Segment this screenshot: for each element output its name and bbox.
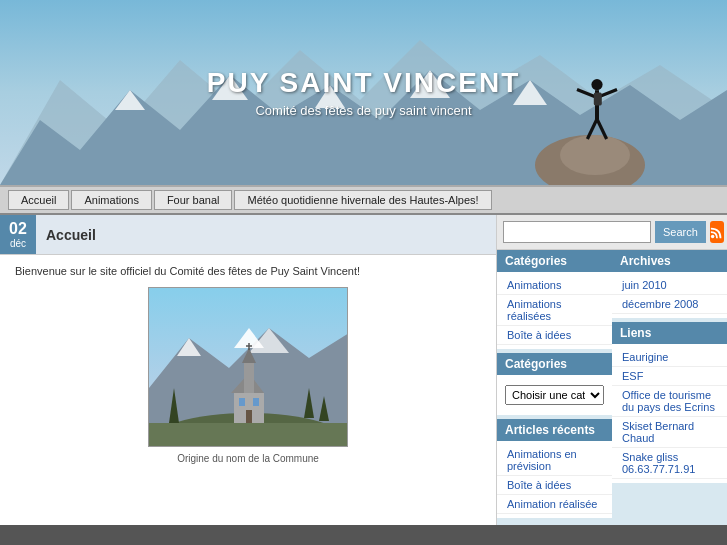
link-office-tourisme[interactable]: Office de tourisme du pays des Ecrins — [612, 386, 727, 417]
main-content: 02 déc Accueil Bienvenue sur le site off… — [0, 215, 497, 525]
recent-articles-widget: Articles récents Animations en prévision… — [497, 419, 612, 518]
archives-widget: Archives juin 2010 décembre 2008 — [612, 250, 727, 318]
post-date: 02 déc — [0, 215, 36, 254]
archives-title: Archives — [612, 250, 727, 272]
site-header: PUY SAINT VINCENT Comité des fêtes de pu… — [0, 0, 727, 185]
link-skiset[interactable]: Skiset Bernard Chaud — [612, 417, 727, 448]
category-animations-realisees[interactable]: Animations réalisées — [497, 295, 612, 326]
right-sidebar: Search Catégories Animations Animations … — [497, 215, 727, 525]
svg-rect-23 — [149, 423, 348, 447]
link-esf[interactable]: ESF — [612, 367, 727, 386]
svg-rect-33 — [239, 398, 245, 406]
date-month: déc — [8, 238, 28, 250]
svg-rect-34 — [253, 398, 259, 406]
site-subtitle: Comité des fêtes de puy saint vincent — [255, 103, 471, 118]
article-animations-prevision[interactable]: Animations en prévision — [497, 445, 612, 476]
post-body: Bienvenue sur le site officiel du Comité… — [0, 255, 496, 480]
date-day: 02 — [8, 219, 28, 238]
search-input[interactable] — [503, 221, 651, 243]
nav-four-banal[interactable]: Four banal — [154, 190, 233, 210]
person-silhouette — [572, 75, 622, 155]
article-animation-realisee[interactable]: Animation réalisée — [497, 495, 612, 514]
link-snake-gliss[interactable]: Snake gliss 06.63.77.71.91 — [612, 448, 727, 479]
svg-rect-35 — [246, 410, 252, 423]
categories-title: Catégories — [497, 250, 612, 272]
links-title: Liens — [612, 322, 727, 344]
link-eaurigine[interactable]: Eaurigine — [612, 348, 727, 367]
category-animations[interactable]: Animations — [497, 276, 612, 295]
recent-articles-body: Animations en prévision Boîte à idées An… — [497, 441, 612, 518]
categories-select[interactable]: Choisir une catégorie — [505, 385, 604, 405]
post-header: 02 déc Accueil — [0, 215, 496, 255]
svg-line-15 — [597, 119, 607, 139]
post-title: Accueil — [36, 215, 496, 254]
sidebar-left-column: Catégories Animations Animations réalisé… — [497, 250, 612, 520]
svg-rect-29 — [244, 363, 254, 393]
rss-symbol — [710, 225, 724, 239]
categories-body: Animations Animations réalisées Boîte à … — [497, 272, 612, 349]
categories-widget: Catégories Animations Animations réalisé… — [497, 250, 612, 349]
recent-articles-title: Articles récents — [497, 419, 612, 441]
post-image-caption: Origine du nom de la Commune — [15, 453, 481, 464]
nav-animations[interactable]: Animations — [71, 190, 151, 210]
categories-dropdown-body: Choisir une catégorie — [497, 375, 612, 415]
sidebar-right-column: Archives juin 2010 décembre 2008 Liens E… — [612, 250, 727, 520]
main-container: 02 déc Accueil Bienvenue sur le site off… — [0, 215, 727, 525]
article-boite-idees[interactable]: Boîte à idées — [497, 476, 612, 495]
links-widget: Liens Eaurigine ESF Office de tourisme d… — [612, 322, 727, 483]
post-image — [148, 287, 348, 447]
nav-meteo[interactable]: Météo quotidienne hivernale des Hautes-A… — [234, 190, 491, 210]
rss-icon[interactable] — [710, 221, 724, 243]
search-bar: Search — [497, 215, 727, 250]
search-button[interactable]: Search — [655, 221, 706, 243]
category-boite-idees[interactable]: Boîte à idées — [497, 326, 612, 345]
links-body: Eaurigine ESF Office de tourisme du pays… — [612, 344, 727, 483]
svg-rect-16 — [594, 93, 602, 106]
categories-dropdown-title: Catégories — [497, 353, 612, 375]
navigation-bar: Accueil Animations Four banal Météo quot… — [0, 185, 727, 215]
svg-point-10 — [591, 79, 602, 90]
categories-dropdown-widget: Catégories Choisir une catégorie — [497, 353, 612, 415]
post-image-container: Origine du nom de la Commune — [15, 287, 481, 464]
svg-point-36 — [711, 235, 715, 239]
svg-line-14 — [587, 119, 597, 139]
sidebar-columns: Catégories Animations Animations réalisé… — [497, 250, 727, 520]
archive-dec-2008[interactable]: décembre 2008 — [612, 295, 727, 314]
archives-body: juin 2010 décembre 2008 — [612, 272, 727, 318]
village-image — [149, 288, 348, 447]
post-intro: Bienvenue sur le site officiel du Comité… — [15, 265, 481, 277]
archive-juin-2010[interactable]: juin 2010 — [612, 276, 727, 295]
site-title: PUY SAINT VINCENT — [207, 67, 521, 99]
nav-accueil[interactable]: Accueil — [8, 190, 69, 210]
